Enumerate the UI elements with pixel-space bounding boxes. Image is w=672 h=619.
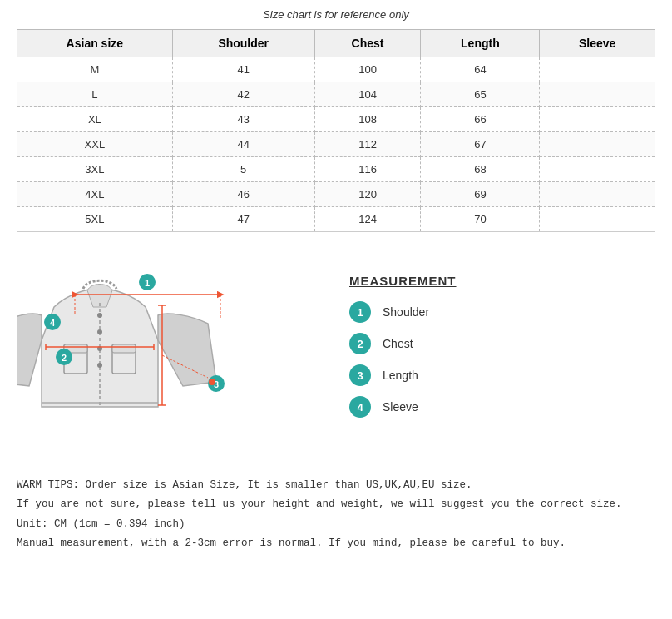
table-row: 4XL4612069 — [17, 182, 655, 207]
table-cell-sleeve — [540, 107, 655, 132]
table-row: 5XL4712470 — [17, 207, 655, 232]
table-cell-length: 69 — [421, 182, 540, 207]
svg-point-28 — [209, 379, 215, 385]
legend-label-length: Length — [383, 369, 418, 382]
svg-text:2: 2 — [62, 353, 67, 363]
warm-tips-line3: Unit: CM (1cm = 0.394 inch) — [17, 516, 655, 533]
legend-item-shoulder: 1Shoulder — [349, 301, 429, 323]
legend-label-chest: Chest — [383, 337, 413, 350]
header-note: Size chart is for reference only — [17, 8, 655, 21]
table-row: 3XL511668 — [17, 157, 655, 182]
legend-circle-4: 4 — [349, 396, 371, 418]
table-cell-asian size: L — [17, 82, 173, 107]
table-cell-chest: 100 — [314, 57, 421, 82]
svg-text:4: 4 — [50, 318, 56, 328]
table-cell-chest: 120 — [314, 182, 421, 207]
warm-tips-line1: WARM TIPS: Order size is Asian Size, It … — [17, 477, 655, 494]
diagram-section: 1 2 3 4 — [17, 249, 655, 460]
table-cell-shoulder: 5 — [172, 157, 314, 182]
table-cell-shoulder: 44 — [172, 132, 314, 157]
table-cell-chest: 108 — [314, 107, 421, 132]
warm-tips-line2: If you are not sure, please tell us your… — [17, 496, 655, 513]
table-cell-sleeve — [540, 207, 655, 232]
table-cell-chest: 104 — [314, 82, 421, 107]
table-header-chest: Chest — [314, 30, 421, 57]
legend-circle-1: 1 — [349, 301, 371, 323]
table-cell-asian size: XL — [17, 107, 173, 132]
table-cell-length: 67 — [421, 132, 540, 157]
table-cell-sleeve — [540, 157, 655, 182]
table-cell-asian size: M — [17, 57, 173, 82]
table-cell-asian size: 3XL — [17, 157, 173, 182]
size-table: Asian sizeShoulderChestLengthSleeve M411… — [17, 29, 655, 232]
table-header-length: Length — [421, 30, 540, 57]
table-cell-asian size: 5XL — [17, 207, 173, 232]
warm-tips-line4: Manual measurement, with a 2-3cm error i… — [17, 535, 655, 552]
legend-label-sleeve: Sleeve — [383, 400, 418, 413]
table-cell-length: 70 — [421, 207, 540, 232]
legend-item-chest: 2Chest — [349, 333, 429, 354]
svg-text:1: 1 — [145, 278, 150, 288]
table-cell-chest: 112 — [314, 132, 421, 157]
table-cell-chest: 116 — [314, 157, 421, 182]
table-cell-sleeve — [540, 132, 655, 157]
legend-circle-2: 2 — [349, 333, 371, 354]
warm-tips: WARM TIPS: Order size is Asian Size, It … — [17, 477, 655, 552]
measurement-legend: MEASUREMENT 1Shoulder2Chest3Length4Sleev… — [349, 257, 655, 428]
table-cell-shoulder: 47 — [172, 207, 314, 232]
svg-rect-8 — [112, 344, 136, 353]
table-cell-sleeve — [540, 82, 655, 107]
table-header-sleeve: Sleeve — [540, 30, 655, 57]
legend-item-sleeve: 4Sleeve — [349, 396, 429, 418]
table-header-shoulder: Shoulder — [172, 30, 314, 57]
table-cell-asian size: XXL — [17, 132, 173, 157]
measurement-title: MEASUREMENT — [349, 274, 457, 288]
table-row: XXL4411267 — [17, 132, 655, 157]
svg-point-4 — [97, 363, 102, 368]
svg-point-2 — [97, 329, 102, 334]
legend-item-length: 3Length — [349, 364, 429, 386]
table-cell-length: 64 — [421, 57, 540, 82]
legend-circle-3: 3 — [349, 364, 371, 386]
table-header-asian-size: Asian size — [17, 30, 173, 57]
table-cell-shoulder: 43 — [172, 107, 314, 132]
table-cell-shoulder: 41 — [172, 57, 314, 82]
table-cell-length: 66 — [421, 107, 540, 132]
table-cell-length: 68 — [421, 157, 540, 182]
svg-point-1 — [97, 313, 102, 318]
legend-label-shoulder: Shoulder — [383, 305, 429, 319]
table-row: XL4310866 — [17, 107, 655, 132]
jacket-diagram: 1 2 3 4 — [17, 257, 333, 452]
table-row: L4210465 — [17, 82, 655, 107]
table-row: M4110064 — [17, 57, 655, 82]
table-cell-asian size: 4XL — [17, 182, 173, 207]
table-cell-length: 65 — [421, 82, 540, 107]
table-cell-shoulder: 46 — [172, 182, 314, 207]
table-cell-sleeve — [540, 182, 655, 207]
table-cell-shoulder: 42 — [172, 82, 314, 107]
table-cell-chest: 124 — [314, 207, 421, 232]
table-cell-sleeve — [540, 57, 655, 82]
